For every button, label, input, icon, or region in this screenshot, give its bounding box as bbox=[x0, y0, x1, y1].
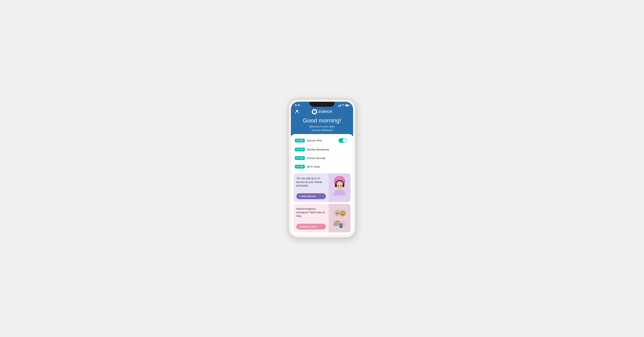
camera-dot bbox=[321, 103, 323, 105]
service-left-identity: ACTIVE Identity Monitoring bbox=[295, 148, 329, 151]
promo-card-emergency-content: Need Emergency assistance? We're here to… bbox=[294, 204, 329, 232]
toggle-thumb-vpn bbox=[342, 138, 346, 142]
phone-content: 9:41 bbox=[291, 102, 353, 235]
contact-us-button[interactable]: Contact us now bbox=[296, 224, 326, 230]
promo-image-emergency bbox=[329, 204, 350, 232]
logo-area: Z ZURICH bbox=[312, 109, 332, 114]
service-row-identity[interactable]: ACTIVE Identity Monitoring › bbox=[294, 145, 350, 154]
service-right-wifi: › bbox=[348, 165, 349, 168]
service-row-vpn[interactable]: ACTIVE Secure VPN › bbox=[294, 136, 350, 145]
add-device-button[interactable]: + Add a Device bbox=[296, 193, 326, 199]
svg-text:Z: Z bbox=[314, 111, 315, 113]
service-left-vpn: ACTIVE Secure VPN bbox=[295, 139, 322, 142]
service-right-vpn: › bbox=[338, 138, 349, 143]
svg-point-10 bbox=[340, 185, 342, 186]
contact-us-button-label: Contact us now bbox=[299, 225, 316, 228]
chevron-wifi: › bbox=[348, 165, 349, 168]
promo-card-devices: You can add up to 10 devices for your fr… bbox=[294, 173, 350, 202]
status-time: 9:41 bbox=[295, 103, 300, 107]
svg-rect-21 bbox=[340, 224, 342, 227]
svg-point-6 bbox=[336, 182, 344, 190]
service-name-identity: Identity Monitoring bbox=[307, 148, 329, 151]
svg-rect-11 bbox=[329, 204, 350, 232]
greeting-subtitle: Welcome to your cybersecurity dashboard bbox=[294, 125, 350, 132]
zurich-brand-name: ZURICH bbox=[318, 110, 332, 114]
service-left-device: ACTIVE Device Security bbox=[295, 156, 326, 160]
promo-card-devices-content: You can add up to 10 devices for your fr… bbox=[294, 173, 329, 202]
service-name-device: Device Security bbox=[307, 157, 326, 160]
promo-card-emergency-text: Need Emergency assistance? We're here to… bbox=[296, 207, 326, 218]
chevron-device: › bbox=[348, 157, 349, 160]
svg-rect-8 bbox=[342, 184, 344, 187]
svg-point-16 bbox=[336, 213, 337, 214]
battery-icon bbox=[345, 104, 349, 106]
profile-icon[interactable] bbox=[294, 109, 300, 114]
notch bbox=[310, 102, 334, 107]
phone-screen: 9:41 bbox=[291, 102, 353, 235]
status-icons bbox=[338, 104, 349, 107]
svg-point-15 bbox=[340, 210, 346, 216]
svg-point-9 bbox=[338, 185, 339, 186]
vpn-toggle[interactable] bbox=[338, 138, 347, 143]
active-badge-wifi: ACTIVE bbox=[295, 165, 305, 168]
chevron-identity: › bbox=[348, 148, 349, 151]
svg-point-19 bbox=[344, 214, 344, 215]
scene: 9:41 bbox=[284, 99, 360, 238]
header-nav: Z ZURICH bbox=[294, 109, 350, 114]
chevron-vpn: › bbox=[348, 139, 349, 142]
promo-cards: You can add up to 10 devices for your fr… bbox=[291, 173, 353, 235]
service-row-device[interactable]: ACTIVE Device Security › bbox=[294, 154, 350, 162]
active-badge-device: ACTIVE bbox=[295, 156, 305, 160]
svg-point-0 bbox=[296, 110, 298, 112]
greeting-title: Good morning! bbox=[294, 117, 350, 124]
service-left-wifi: ACTIVE Wi-Fi Scan bbox=[295, 165, 320, 168]
add-device-button-label: + Add a Device bbox=[299, 195, 316, 198]
service-name-vpn: Secure VPN bbox=[307, 139, 322, 142]
active-badge-vpn: ACTIVE bbox=[295, 139, 305, 142]
service-right-identity: › bbox=[348, 148, 349, 151]
active-badge-identity: ACTIVE bbox=[295, 148, 305, 151]
svg-rect-7 bbox=[335, 184, 337, 187]
svg-point-17 bbox=[338, 213, 338, 214]
promo-card-emergency: Need Emergency assistance? We're here to… bbox=[294, 204, 350, 232]
wifi-icon bbox=[342, 104, 344, 107]
greeting-section: Good morning! Welcome to your cybersecur… bbox=[294, 117, 350, 132]
zurich-logo-circle: Z bbox=[312, 109, 317, 114]
service-right-device: › bbox=[348, 157, 349, 160]
service-name-wifi: Wi-Fi Scan bbox=[307, 165, 320, 168]
promo-card-devices-text: You can add up to 10 devices for your fr… bbox=[296, 177, 326, 187]
svg-point-13 bbox=[335, 210, 340, 215]
battery-fill bbox=[346, 105, 348, 106]
service-row-wifi[interactable]: ACTIVE Wi-Fi Scan › bbox=[294, 162, 350, 171]
svg-point-18 bbox=[342, 214, 342, 215]
app-header: Z ZURICH Good morning! Welcome to your c… bbox=[291, 108, 353, 136]
phone-shell: 9:41 bbox=[288, 99, 356, 238]
services-section: ACTIVE Secure VPN › ACTIV bbox=[291, 134, 353, 172]
promo-image-devices bbox=[329, 173, 350, 202]
signal-icon bbox=[338, 104, 341, 107]
